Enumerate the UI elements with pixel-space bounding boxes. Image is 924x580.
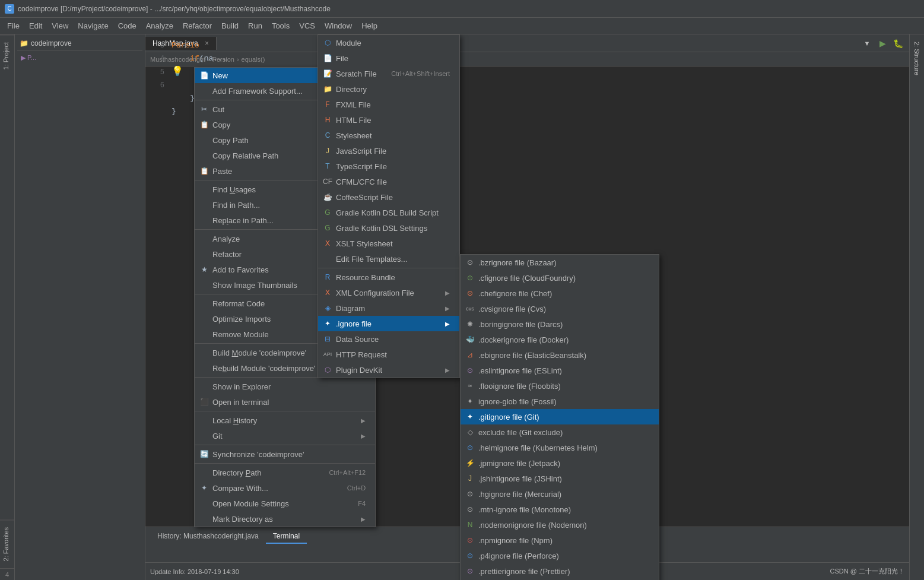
separator [195,180,375,180]
menu-item-copy[interactable]: 📋 Copy Ctrl+C [195,117,375,132]
menu-item-reformat[interactable]: Reformat Code Ctrl+Alt+L [195,296,375,311]
menu-item-add-framework[interactable]: Add Framework Support... [195,83,375,99]
shortcut: Ctrl+V [347,167,366,175]
menu-item-label: Reformat Code [212,299,325,308]
menu-item-compare-with[interactable]: ✦ Compare With... Ctrl+D [195,480,375,496]
menu-item-label: Find in Path... [212,201,319,210]
menu-window[interactable]: Window [320,19,357,33]
shortcut: Ctrl+Shift+C [330,137,366,144]
separator [195,411,375,411]
menu-item-build-module[interactable]: Build Module 'codeimprove' [195,345,375,360]
separator [195,343,375,344]
shortcut: Ctrl+D [347,484,366,492]
code-line-4: 4 if(na... [145,52,909,65]
menu-item-label: Add Framework Support... [212,87,366,96]
shortcut: Ctrl+X [347,106,366,113]
project-tree[interactable]: ▶ P... [17,50,142,65]
code-line-3: 3 Persio [145,39,909,52]
code-text: if(na... [169,52,909,65]
submenu-arrow: ▶ [361,267,366,273]
menu-item-label: Mark Directory as [212,515,356,524]
menu-item-rebuild-module[interactable]: Rebuild Module 'codeimprove' Ctrl+Shift+… [195,360,375,376]
status-left: Update Info: 2018-07-19 14:30 [150,568,239,575]
sidebar-tab-favorites[interactable]: 2: Favorites [0,519,14,568]
shortcut: Ctrl+Shift+R [330,217,366,224]
menu-item-local-history[interactable]: Local History ▶ [195,413,375,428]
menu-item-optimize-imports[interactable]: Optimize Imports Ctrl+Alt+O [195,311,375,327]
code-area: HashMap.java × ▼ ▶ 🐛 Musthashcoderight ›… [145,34,909,580]
menu-item-label: Replace in Path... [212,216,318,225]
menu-item-cut[interactable]: ✂ Cut Ctrl+X [195,102,375,117]
menu-item-analyze[interactable]: Analyze ▶ [195,231,375,246]
menu-item-synchronize[interactable]: 🔄 Synchronize 'codeimprove' [195,446,375,462]
project-label: codeimprove [31,39,72,47]
menu-item-git[interactable]: Git ▶ [195,428,375,443]
bottom-panel: History: Musthashcoderight.java Terminal [145,527,909,562]
menu-item-find-usages[interactable]: Find Usages Alt+F7 [195,182,375,197]
git-icon [199,431,209,440]
menu-help[interactable]: Help [357,19,382,33]
shortcut: F4 [358,500,366,507]
menu-item-copy-relative[interactable]: Copy Relative Path Ctrl+Alt+Shift+C [195,148,375,163]
menu-item-replace-in-path[interactable]: Replace in Path... Ctrl+Shift+R [195,213,375,228]
menu-run[interactable]: Run [243,19,267,33]
menu-item-show-thumbnails[interactable]: Show Image Thumbnails Ctrl+Shift+T [195,277,375,293]
paste-icon: 📋 [199,166,209,176]
menu-bar: File Edit View Navigate Code Analyze Ref… [0,18,924,34]
menu-item-copy-path[interactable]: Copy Path Ctrl+Shift+C [195,132,375,148]
menu-build[interactable]: Build [217,19,243,33]
menu-item-label: Optimize Imports [212,315,323,324]
menu-item-remove-module[interactable]: Remove Module Delete [195,327,375,342]
explorer-icon [199,382,209,391]
analyze-icon [199,234,209,243]
menu-vcs[interactable]: VCS [294,19,320,33]
menu-item-refactor[interactable]: Refactor ▶ [195,246,375,262]
window-title: codeimprove [D:/myProject/codeimprove] -… [18,5,331,13]
menu-analyze[interactable]: Analyze [141,19,178,33]
rebuild-icon [199,363,209,373]
menu-view[interactable]: View [47,19,73,33]
right-sidebar: 2: Structure [909,34,924,580]
menu-tools[interactable]: Tools [267,19,294,33]
bottom-tab-history[interactable]: History: Musthashcoderight.java [150,530,266,544]
cut-icon: ✂ [199,104,209,114]
menu-item-label: Open Module Settings [212,499,346,508]
menu-refactor[interactable]: Refactor [178,19,217,33]
submenu-arrow: ▶ [361,251,366,258]
replace-in-path-icon [199,215,209,225]
sync-icon: 🔄 [199,449,209,459]
menu-item-add-to-favorites[interactable]: ★ Add to Favorites ▶ [195,262,375,277]
shortcut: Alt+F7 [347,186,366,193]
menu-item-directory-path[interactable]: Directory Path Ctrl+Alt+F12 [195,465,375,480]
bottom-tab-terminal[interactable]: Terminal [266,530,307,544]
shortcut: Ctrl+Shift+F [331,201,366,208]
menu-navigate[interactable]: Navigate [73,19,113,33]
menu-item-open-terminal[interactable]: ⬛ Open in terminal [195,394,375,410]
favorites-icon: ★ [199,265,209,274]
copy-path-icon [199,135,209,145]
menu-item-new[interactable]: 📄 New ▶ [195,68,375,83]
new-icon: 📄 [199,71,209,80]
line-number: 6 [145,79,169,92]
menu-item-find-in-path[interactable]: Find in Path... Ctrl+Shift+F [195,197,375,213]
menu-item-label: Paste [212,167,335,176]
sidebar-tab-vcs[interactable]: 4 [0,568,14,580]
menu-edit[interactable]: Edit [24,19,47,33]
line-number: 5 [145,66,169,79]
sidebar-tab-project[interactable]: 1: Project [0,34,14,77]
dir-path-icon [199,468,209,477]
menu-file[interactable]: File [2,19,24,33]
status-bar: Update Info: 2018-07-19 14:30 CSDN @ 二十一… [145,562,909,580]
shortcut: Ctrl+Alt+F12 [329,469,366,476]
menu-item-label: Copy Relative Path [212,151,307,160]
menu-item-label: New [212,71,356,80]
project-tree-item[interactable]: ▶ P... [18,53,141,63]
menu-item-module-settings[interactable]: Open Module Settings F4 [195,496,375,511]
menu-code[interactable]: Code [113,19,141,33]
menu-item-paste[interactable]: 📋 Paste Ctrl+V [195,163,375,179]
menu-item-label: Git [212,432,356,440]
right-tab-structure[interactable]: 2: Structure [911,34,923,83]
menu-item-mark-directory[interactable]: Mark Directory as ▶ [195,511,375,527]
menu-item-show-explorer[interactable]: Show in Explorer [195,379,375,394]
menu-item-label: Compare With... [212,484,335,493]
